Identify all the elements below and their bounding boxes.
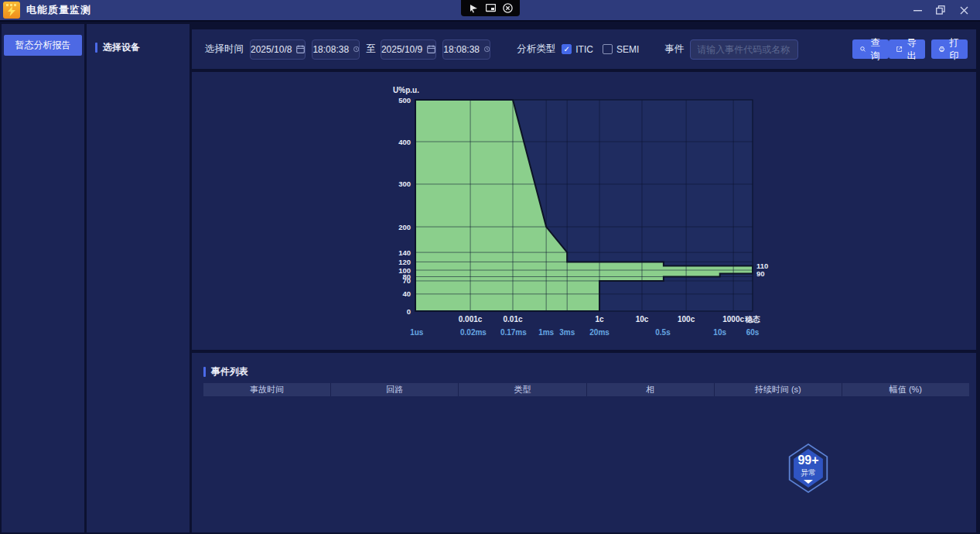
lightning-icon bbox=[7, 6, 16, 16]
device-panel-title: 选择设备 bbox=[87, 24, 190, 54]
checkbox-semi[interactable]: SEMI bbox=[603, 44, 639, 55]
column-header: 相 bbox=[587, 383, 715, 396]
event-list-title-text: 事件列表 bbox=[211, 365, 248, 378]
window-controls bbox=[906, 0, 980, 20]
y-tick-label: 0 bbox=[407, 307, 411, 316]
end-time-field[interactable]: 18:08:38 bbox=[442, 39, 490, 60]
query-button-label: 查询 bbox=[869, 36, 882, 63]
event-label: 事件 bbox=[664, 43, 684, 56]
itic-chart-panel: U%p.u.5004003002001401201008070400110900… bbox=[192, 72, 976, 350]
checkbox-label: SEMI bbox=[616, 44, 639, 55]
x-tick-cycles: 稳态 bbox=[744, 315, 760, 323]
x-tick-time: 0.5s bbox=[655, 328, 671, 337]
abnormal-count-badge[interactable]: 99+ 异常 bbox=[787, 443, 830, 493]
y-tick-label-right: 90 bbox=[756, 269, 765, 278]
title-accent-bar bbox=[203, 367, 206, 377]
x-tick-time: 10s bbox=[713, 328, 726, 337]
y-tick-label: 140 bbox=[398, 248, 411, 257]
x-tick-cycles: 10c bbox=[636, 315, 649, 323]
start-date-field[interactable]: 2025/10/8 bbox=[250, 39, 306, 60]
calendar-icon bbox=[427, 45, 435, 53]
app-window: 电能质量监测 暂态分析报告 bbox=[0, 0, 980, 534]
remote-overlay-bar bbox=[461, 0, 520, 16]
search-icon bbox=[860, 45, 866, 53]
x-tick-time: 20ms bbox=[589, 328, 610, 337]
itic-chart-svg: U%p.u.5004003002001401201008070400110900… bbox=[192, 72, 976, 350]
disconnect-icon[interactable] bbox=[503, 3, 513, 13]
y-tick-label: 200 bbox=[398, 223, 411, 231]
calendar-icon bbox=[296, 45, 305, 53]
export-icon bbox=[896, 45, 902, 53]
checkbox-unchecked-icon[interactable] bbox=[603, 44, 613, 54]
badge-label: 异常 bbox=[801, 467, 816, 478]
pointer-icon[interactable] bbox=[469, 3, 479, 13]
time-range-label: 选择时间 bbox=[205, 43, 244, 56]
column-header: 类型 bbox=[459, 383, 586, 396]
to-label: 至 bbox=[366, 43, 376, 56]
printer-icon bbox=[939, 45, 944, 53]
event-search-input[interactable] bbox=[690, 39, 798, 60]
start-time-value: 18:08:38 bbox=[312, 44, 349, 55]
title-accent-bar bbox=[95, 43, 97, 53]
y-tick-label: 500 bbox=[398, 96, 411, 104]
column-header: 持续时间 (s) bbox=[715, 383, 842, 396]
print-button[interactable]: 打印 bbox=[931, 39, 968, 59]
analysis-type-checkboxes: ✓ITICSEMI bbox=[562, 44, 639, 55]
end-date-field[interactable]: 2025/10/9 bbox=[381, 39, 436, 60]
x-tick-cycles: 0.001c bbox=[459, 315, 483, 323]
x-tick-cycles: 100c bbox=[678, 315, 695, 323]
export-button[interactable]: 导出 bbox=[889, 39, 925, 59]
event-list-panel: 事件列表 事故时间回路类型相持续时间 (s)幅值 (%) 99+ 异常 bbox=[192, 353, 976, 532]
start-time-field[interactable]: 18:08:38 bbox=[312, 39, 360, 60]
device-panel: 选择设备 bbox=[87, 24, 190, 532]
x-tick-time: 3ms bbox=[559, 328, 575, 337]
badge-count: 99+ bbox=[797, 454, 818, 467]
x-tick-cycles: 0.01c bbox=[503, 315, 522, 323]
clock-icon bbox=[484, 45, 490, 53]
y-tick-label: 300 bbox=[398, 180, 411, 188]
print-button-label: 打印 bbox=[948, 36, 961, 63]
x-tick-cycles: 1000c bbox=[722, 315, 744, 323]
checkbox-label: ITIC bbox=[575, 44, 593, 55]
app-logo-icon bbox=[3, 2, 20, 19]
y-tick-label: 120 bbox=[398, 258, 411, 266]
clock-icon bbox=[353, 45, 359, 53]
column-header: 幅值 (%) bbox=[842, 383, 969, 396]
x-tick-time: 60s bbox=[746, 328, 760, 337]
sidebar-item-transient-report[interactable]: 暂态分析报告 bbox=[4, 35, 82, 56]
y-tick-label: 40 bbox=[402, 289, 411, 298]
y-axis-title: U%p.u. bbox=[393, 86, 419, 94]
app-title: 电能质量监测 bbox=[26, 3, 91, 17]
checkbox-checked-icon[interactable]: ✓ bbox=[562, 44, 572, 54]
event-table-header: 事故时间回路类型相持续时间 (s)幅值 (%) bbox=[203, 383, 969, 396]
close-button[interactable] bbox=[952, 0, 975, 20]
query-button[interactable]: 查询 bbox=[852, 39, 889, 59]
y-tick-label: 400 bbox=[398, 138, 411, 146]
analysis-type-label: 分析类型 bbox=[517, 43, 555, 56]
title-bar: 电能质量监测 bbox=[0, 0, 980, 22]
restore-button[interactable] bbox=[929, 0, 952, 20]
y-tick-label: 70 bbox=[402, 276, 411, 285]
end-time-value: 18:08:38 bbox=[443, 44, 480, 55]
x-tick-time: 0.17ms bbox=[500, 328, 527, 337]
minimize-button[interactable] bbox=[906, 0, 929, 20]
x-tick-cycles: 1c bbox=[595, 315, 604, 323]
event-list-title: 事件列表 bbox=[192, 353, 976, 378]
display-icon[interactable] bbox=[486, 3, 496, 13]
caret-down-icon bbox=[804, 480, 813, 484]
column-header: 事故时间 bbox=[203, 383, 331, 396]
query-toolbar: 选择时间 2025/10/8 18:08:38 至 2025/10/9 18:0… bbox=[192, 29, 976, 69]
end-date-value: 2025/10/9 bbox=[381, 44, 422, 55]
checkbox-itic[interactable]: ✓ITIC bbox=[562, 44, 593, 55]
column-header: 回路 bbox=[331, 383, 459, 396]
start-date-value: 2025/10/8 bbox=[251, 44, 292, 55]
device-panel-title-text: 选择设备 bbox=[103, 41, 140, 54]
export-button-label: 导出 bbox=[906, 36, 918, 63]
x-tick-time: 1us bbox=[410, 328, 424, 337]
x-tick-time: 1ms bbox=[538, 328, 554, 337]
nav-sidebar: 暂态分析报告 bbox=[2, 24, 84, 532]
x-tick-time: 0.02ms bbox=[460, 328, 487, 337]
